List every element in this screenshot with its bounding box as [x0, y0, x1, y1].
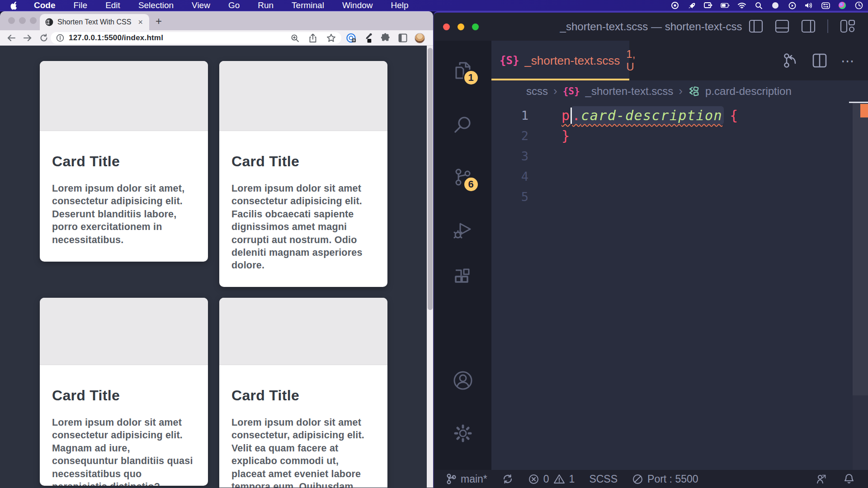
git-branch-status[interactable]: main* — [446, 473, 487, 485]
url-text: 127.0.0.1:5500/index.html — [69, 33, 163, 42]
menu-view[interactable]: View — [192, 0, 210, 10]
active-tab-underline — [491, 79, 629, 80]
breadcrumb-symbol[interactable]: p.card-description — [705, 85, 792, 98]
wifi-icon[interactable] — [737, 1, 746, 10]
tab-filename: _shorten-text.scss — [524, 54, 620, 68]
zoom-window-button[interactable] — [30, 17, 37, 24]
reload-icon[interactable] — [39, 33, 49, 43]
browser-profile-avatar[interactable] — [415, 33, 425, 43]
menu-edit[interactable]: Edit — [105, 0, 120, 10]
close-window-button[interactable] — [443, 23, 450, 30]
vscode-window-title: _shorten-text.scss — shorten-text-css — [560, 20, 742, 33]
card-1-title: Card Title — [52, 152, 196, 171]
code-editor[interactable]: 1 p.card-description{ 2 } 3 4 — [491, 102, 868, 470]
editor-tab-bar: {S} _shorten-text.scss 1, U ⋯ — [491, 41, 868, 80]
bookmark-star-icon[interactable] — [326, 33, 336, 42]
language-mode[interactable]: SCSS — [589, 473, 618, 485]
browser-scrollbar[interactable] — [427, 46, 433, 488]
split-editor-icon[interactable] — [812, 53, 827, 68]
problems-status[interactable]: 0 1 — [528, 473, 575, 485]
editor-scrollbar-slider[interactable] — [853, 103, 868, 395]
run-debug-icon[interactable] — [452, 219, 474, 241]
editor-more-actions-icon[interactable]: ⋯ — [841, 53, 855, 69]
card-4-image-placeholder — [219, 298, 387, 365]
control-center-icon[interactable] — [821, 1, 830, 10]
close-brace-token: } — [561, 128, 571, 144]
menu-run[interactable]: Run — [258, 0, 274, 10]
extensions-puzzle-icon[interactable] — [380, 33, 391, 43]
line-number: 5 — [491, 190, 537, 204]
colorpicker-extension-icon[interactable] — [363, 33, 374, 43]
screen-record-icon[interactable] — [670, 1, 679, 10]
minimize-window-button[interactable] — [458, 23, 464, 30]
site-info-icon[interactable] — [56, 34, 64, 42]
zoom-window-button[interactable] — [472, 23, 479, 30]
password-manager-extension-icon[interactable] — [346, 33, 357, 43]
breadcrumb-file[interactable]: _shorten-text.scss — [585, 85, 674, 98]
error-count: 0 — [543, 473, 549, 485]
close-window-button[interactable] — [8, 17, 15, 24]
source-control-icon[interactable]: 6 — [452, 166, 474, 188]
extensions-icon[interactable] — [452, 267, 474, 288]
sync-changes-button[interactable] — [502, 473, 514, 485]
explorer-icon[interactable]: 1 — [452, 60, 474, 81]
browser-window-controls — [8, 17, 37, 24]
address-bar[interactable]: 127.0.0.1:5500/index.html — [51, 32, 341, 44]
menu-go[interactable]: Go — [228, 0, 240, 10]
browser-toolbar: 127.0.0.1:5500/index.html — [0, 30, 433, 46]
open-changes-icon[interactable] — [783, 52, 798, 69]
reading-mode-icon[interactable] — [397, 33, 408, 43]
editor-tab[interactable]: {S} _shorten-text.scss 1, U — [491, 41, 629, 80]
live-server-port[interactable]: Port : 5500 — [632, 473, 698, 485]
web-page-content: Card Title Lorem ipsum dolor sit amet, c… — [0, 46, 433, 488]
zoom-page-icon[interactable] — [291, 34, 299, 42]
line-number: 3 — [491, 149, 537, 163]
volume-icon[interactable] — [804, 1, 813, 10]
toggle-secondary-sidebar-icon[interactable] — [801, 19, 816, 33]
live-share-icon[interactable] — [816, 473, 828, 485]
siri-icon[interactable] — [838, 1, 847, 10]
menu-terminal[interactable]: Terminal — [292, 0, 324, 10]
accounts-icon[interactable] — [452, 370, 474, 391]
menu-help[interactable]: Help — [391, 0, 409, 10]
rocket-icon[interactable] — [687, 1, 696, 10]
toggle-primary-sidebar-icon[interactable] — [749, 19, 763, 33]
breadcrumb-folder[interactable]: scss — [526, 85, 548, 98]
back-icon[interactable] — [6, 33, 16, 43]
screen-mirroring-icon[interactable] — [704, 1, 713, 10]
spotlight-search-icon[interactable] — [754, 1, 763, 10]
sass-file-icon: {S} — [563, 86, 580, 97]
menu-window[interactable]: Window — [342, 0, 373, 10]
battery-icon[interactable] — [721, 1, 730, 10]
vscode-titlebar[interactable]: _shorten-text.scss — shorten-text-css — [434, 13, 868, 41]
minimize-window-button[interactable] — [19, 17, 26, 24]
search-icon[interactable] — [452, 114, 474, 136]
toggle-panel-icon[interactable] — [775, 19, 789, 33]
menu-selection[interactable]: Selection — [138, 0, 174, 10]
share-icon[interactable] — [309, 33, 317, 43]
vscode-status-bar: main* 0 1 SCSS Port : 5500 — [434, 470, 868, 488]
editor-scrollbar[interactable] — [853, 102, 868, 470]
new-tab-button[interactable]: + — [156, 15, 162, 28]
apple-menu-icon[interactable] — [10, 1, 18, 10]
overview-ruler-warning-mark — [860, 104, 868, 117]
customize-layout-icon[interactable] — [840, 19, 855, 33]
globe-favicon — [45, 18, 53, 26]
card-3-title: Card Title — [52, 386, 196, 405]
browser-tab[interactable]: Shorten Text With CSS × — [40, 14, 149, 30]
menu-file[interactable]: File — [74, 0, 88, 10]
tab-close-icon[interactable]: × — [137, 18, 144, 27]
dot-token: . — [572, 108, 581, 123]
clock-icon[interactable] — [854, 1, 863, 10]
notifications-bell-icon[interactable] — [844, 473, 854, 485]
menu-app-name[interactable]: Code — [34, 0, 56, 10]
settings-gear-icon[interactable] — [452, 422, 474, 444]
focus-mode-icon[interactable] — [771, 1, 780, 10]
tab-problems-git-decoration: 1, U — [626, 48, 635, 73]
breadcrumbs[interactable]: scss › {S} _shorten-text.scss › p.card-d… — [491, 80, 868, 102]
card-2-image-placeholder — [219, 61, 387, 131]
screen-time-icon[interactable] — [788, 1, 797, 10]
card-2-title: Card Title — [231, 152, 375, 171]
forward-icon[interactable] — [23, 33, 33, 43]
browser-scrollbar-thumb[interactable] — [428, 48, 433, 310]
